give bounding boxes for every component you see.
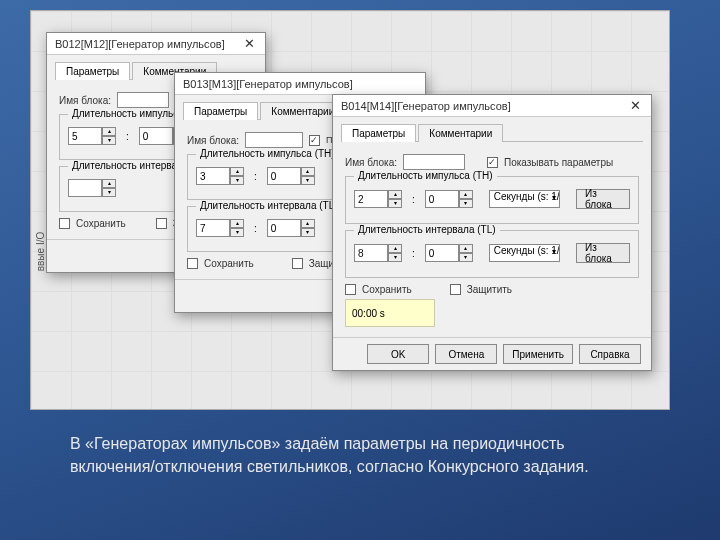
close-icon[interactable]: ✕ — [237, 35, 261, 53]
tl-value-2[interactable]: ▴▾ — [425, 244, 473, 262]
show-params-checkbox[interactable]: ✓ — [487, 157, 498, 168]
th-value-2[interactable]: ▴▾ — [267, 167, 315, 185]
save-checkbox[interactable] — [187, 258, 198, 269]
save-checkbox[interactable] — [345, 284, 356, 295]
ok-button[interactable]: OK — [367, 344, 429, 364]
close-icon[interactable]: ✕ — [623, 97, 647, 115]
show-params-label: Показывать параметры — [504, 157, 613, 168]
tl-value-1[interactable]: ▴▾ — [354, 244, 402, 262]
tab-parameters[interactable]: Параметры — [183, 102, 258, 120]
block-name-input[interactable] — [403, 154, 465, 170]
th-from-block-button[interactable]: Из блока — [576, 189, 630, 209]
protect-checkbox[interactable] — [450, 284, 461, 295]
block-name-label: Имя блока: — [59, 95, 111, 106]
th-value-1[interactable]: ▴▾ — [68, 127, 116, 145]
protect-label: Защитить — [467, 284, 512, 295]
tl-value-2[interactable]: ▴▾ — [267, 219, 315, 237]
block-name-input[interactable] — [245, 132, 303, 148]
save-label: Сохранить — [76, 218, 126, 229]
th-unit-select[interactable]: Секунды (s: 1/100 — [489, 190, 560, 208]
block-name-input[interactable] — [117, 92, 169, 108]
tl-group-label: Длительность интервала (TL) — [354, 224, 500, 235]
block-name-label: Имя блока: — [345, 157, 397, 168]
block-name-label: Имя блока: — [187, 135, 239, 146]
dialog-b014: B014[M14][Генератор импульсов] ✕ Парамет… — [332, 94, 652, 371]
save-label: Сохранить — [204, 258, 254, 269]
tab-parameters[interactable]: Параметры — [341, 124, 416, 142]
dialog-title: B012[M12][Генератор импульсов] — [55, 38, 225, 50]
help-button[interactable]: Справка — [579, 344, 641, 364]
apply-button[interactable]: Применить — [503, 344, 573, 364]
save-label: Сохранить — [362, 284, 412, 295]
preview-value: 00:00 s — [345, 299, 435, 327]
th-value-2[interactable]: ▴▾ — [425, 190, 473, 208]
th-group-label: Длительность импульса (TH) — [354, 170, 497, 181]
tl-value-1[interactable]: ▴▾ — [196, 219, 244, 237]
protect-checkbox[interactable] — [156, 218, 167, 229]
tab-comments[interactable]: Комментарии — [418, 124, 503, 142]
th-value-1[interactable]: ▴▾ — [354, 190, 402, 208]
th-value-1[interactable]: ▴▾ — [196, 167, 244, 185]
dialog-title: B013[M13][Генератор импульсов] — [183, 78, 353, 90]
show-params-checkbox[interactable]: ✓ — [309, 135, 320, 146]
protect-checkbox[interactable] — [292, 258, 303, 269]
slide-caption: В «Генераторах импульсов» задаём парамет… — [70, 432, 660, 478]
tl-group-label: Длительность интервала (TL) — [196, 200, 342, 211]
dialog-title: B014[M14][Генератор импульсов] — [341, 100, 511, 112]
cancel-button[interactable]: Отмена — [435, 344, 497, 364]
io-panel-label: ввые I/O — [35, 232, 46, 272]
tl-value-1[interactable]: ▴▾ — [68, 179, 116, 197]
th-group-label: Длительность импульса (TH) — [196, 148, 339, 159]
tl-from-block-button[interactable]: Из блока — [576, 243, 630, 263]
save-checkbox[interactable] — [59, 218, 70, 229]
tl-unit-select[interactable]: Секунды (s: 1/100 — [489, 244, 560, 262]
tab-parameters[interactable]: Параметры — [55, 62, 130, 80]
